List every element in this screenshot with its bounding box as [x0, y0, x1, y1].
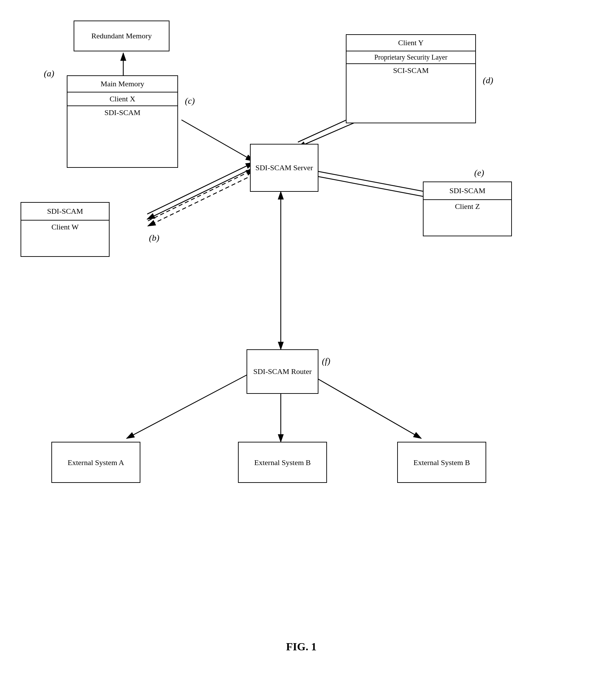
fig-label: FIG. 1	[257, 640, 346, 653]
svg-line-14	[127, 373, 250, 438]
box-sdi-scam-server: SDI-SCAM Server	[250, 144, 318, 192]
client-y-label: Client Y	[347, 35, 475, 51]
client-w-label: Client W	[21, 220, 109, 234]
svg-line-9	[147, 168, 253, 219]
ext-system-b2-label: External System B	[414, 457, 470, 468]
box-client-w-stack: SDI-SCAM Client W	[21, 202, 110, 257]
ext-system-a-label: External System A	[68, 457, 124, 468]
label-c: (c)	[185, 96, 195, 106]
proprietary-label: Proprietary Security Layer	[347, 51, 475, 63]
svg-line-11	[148, 175, 254, 226]
sdi-scam-router-label: SDI-SCAM Router	[253, 366, 312, 377]
sdi-scam-w-label: SDI-SCAM	[21, 203, 109, 220]
svg-line-16	[308, 373, 421, 438]
label-a: (a)	[44, 68, 54, 79]
main-memory-label: Main Memory	[67, 76, 177, 92]
sci-scam-label: SCI-SCAM	[347, 63, 475, 77]
box-sdi-scam-router: SDI-SCAM Router	[247, 349, 318, 394]
ext-system-b1-label: External System B	[254, 457, 311, 468]
sdi-scam-server-label: SDI-SCAM Server	[255, 163, 313, 173]
box-ext-system-b1: External System B	[238, 442, 327, 483]
svg-line-8	[308, 170, 435, 193]
box-ext-system-a: External System A	[51, 442, 140, 483]
client-z-label: Client Z	[424, 199, 511, 213]
diagram: (a) Redundant Memory Main Memory Client …	[0, 0, 604, 700]
box-client-a-stack: Main Memory Client X SDI-SCAM	[67, 75, 178, 168]
svg-line-7	[308, 175, 435, 199]
box-client-y-stack: Client Y Proprietary Security Layer SCI-…	[346, 34, 476, 123]
box-client-z-stack: SDI-SCAM Client Z	[423, 182, 512, 236]
svg-line-10	[147, 163, 253, 214]
box-redundant-memory: Redundant Memory	[74, 21, 169, 51]
label-d: (d)	[483, 75, 493, 86]
svg-line-4	[181, 120, 253, 161]
client-x-label: Client X	[67, 92, 177, 105]
svg-line-12	[148, 170, 254, 221]
label-f: (f)	[322, 356, 330, 366]
label-b: (b)	[149, 233, 159, 243]
sdi-scam-z-label: SDI-SCAM	[424, 182, 511, 199]
redundant-memory-label: Redundant Memory	[74, 29, 169, 42]
label-e: (e)	[474, 168, 484, 178]
sdi-scam-a-label: SDI-SCAM	[67, 105, 177, 119]
box-ext-system-b2: External System B	[397, 442, 486, 483]
